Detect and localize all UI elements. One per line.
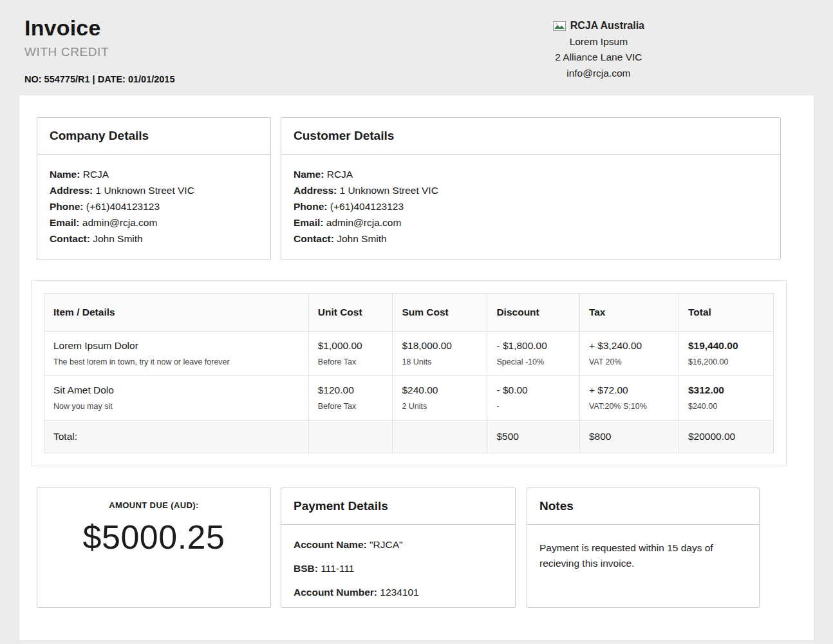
sum-cost-cell: $18,000.00 18 Units [393,332,487,376]
seller-block: RCJA Australia Lorem Ipsum 2 Alliance La… [553,18,644,95]
customer-field-name: Name: RCJA [294,166,768,182]
sum-cost-cell: $240.00 2 Units [393,376,487,421]
payment-details-panel: Payment Details Account Name: "RJCA" BSB… [281,488,516,608]
seller-name-row: RCJA Australia [553,18,644,34]
grand-total-row: Total: $500 $800 $20000.00 [44,421,774,453]
broken-image-icon [553,18,566,34]
grand-total-label-cell: Total: [44,421,309,453]
customer-field-contact: Contact: John Smith [294,231,768,247]
bottom-row: AMOUNT DUE (AUD): $5000.25 Payment Detai… [19,488,814,608]
company-field-contact: Contact: John Smith [50,231,258,247]
payment-field-account-name: Account Name: "RJCA" [294,536,503,553]
customer-details-panel: Customer Details Name: RCJA Address: 1 U… [281,117,781,260]
company-details-panel: Company Details Name: RCJA Address: 1 Un… [37,117,271,260]
col-header-tax: Tax [579,294,679,332]
discount-cell: - $1,800.00 Special -10% [487,332,580,376]
notes-body: Payment is requested within 15 days of r… [527,525,759,583]
notes-panel: Notes Payment is requested within 15 day… [527,488,760,608]
col-header-discount: Discount [487,294,580,332]
items-table-header-row: Item / Details Unit Cost Sum Cost Discou… [44,294,774,332]
item-cell: Sit Amet Dolo Now you may sit [44,376,309,421]
seller-line1: Lorem Ipsum [553,34,644,50]
invoice-card: Company Details Name: RCJA Address: 1 Un… [19,95,814,640]
payment-field-bsb: BSB: 111-111 [294,560,503,576]
customer-details-body: Name: RCJA Address: 1 Unknown Street VIC… [281,155,780,258]
customer-field-address: Address: 1 Unknown Street VIC [294,182,768,198]
company-field-phone: Phone: (+61)404123123 [50,198,258,214]
page-subtitle: WITH CREDIT [24,45,175,59]
company-details-body: Name: RCJA Address: 1 Unknown Street VIC… [37,155,270,258]
payment-details-title: Payment Details [281,488,515,525]
amount-due-value: $5000.25 [37,518,270,556]
title-block: Invoice WITH CREDIT NO: 554775/R1 | DATE… [24,15,175,95]
amount-due-label: AMOUNT DUE (AUD): [37,500,270,510]
seller-name: RCJA Australia [570,18,644,34]
seller-line2: 2 Alliance Lane VIC [553,50,644,66]
tax-cell: + $72.00 VAT:20% S:10% [579,376,679,421]
col-header-total: Total [679,294,773,332]
company-field-name: Name: RCJA [50,166,258,182]
grand-total-empty-cell [393,421,487,453]
grand-total-tax-cell: $800 [579,421,679,453]
company-details-title: Company Details [37,118,270,155]
amount-due-panel: AMOUNT DUE (AUD): $5000.25 [37,488,271,608]
payment-details-body: Account Name: "RJCA" BSB: 111-111 Accoun… [281,525,515,620]
col-header-unit-cost: Unit Cost [308,294,393,332]
unit-cost-cell: $1,000.00 Before Tax [308,332,393,376]
customer-details-title: Customer Details [281,118,780,155]
total-cell: $19,440.00 $16,200.00 [679,332,773,376]
col-header-sum-cost: Sum Cost [393,294,487,332]
items-table-wrapper: Item / Details Unit Cost Sum Cost Discou… [31,280,787,466]
page-title: Invoice [24,15,175,41]
company-field-address: Address: 1 Unknown Street VIC [50,182,258,198]
customer-field-phone: Phone: (+61)404123123 [294,198,768,214]
total-cell: $312.00 $240.00 [679,376,773,421]
tax-cell: + $3,240.00 VAT 20% [579,332,679,376]
unit-cost-cell: $120.00 Before Tax [308,376,393,421]
grand-total-total-cell: $20000.00 [679,421,773,453]
items-table: Item / Details Unit Cost Sum Cost Discou… [44,293,774,453]
item-row: Sit Amet Dolo Now you may sit $120.00 Be… [44,376,774,421]
notes-title: Notes [527,488,759,525]
invoice-meta: NO: 554775/R1 | DATE: 01/01/2015 [24,74,175,84]
grand-total-empty-cell [308,421,393,453]
invoice-page: Invoice WITH CREDIT NO: 554775/R1 | DATE… [0,0,833,644]
seller-line3: info@rcja.com [553,66,644,82]
payment-field-account-number: Account Number: 1234101 [294,584,503,600]
page-header: Invoice WITH CREDIT NO: 554775/R1 | DATE… [0,0,833,95]
item-cell: Lorem Ipsum Dolor The best lorem in town… [44,332,309,376]
discount-cell: - $0.00 - [487,376,580,421]
grand-total-discount-cell: $500 [487,421,580,453]
col-header-item: Item / Details [44,294,309,332]
company-field-email: Email: admin@rcja.com [50,214,258,231]
customer-field-email: Email: admin@rcja.com [294,214,768,231]
details-row: Company Details Name: RCJA Address: 1 Un… [19,117,814,260]
item-row: Lorem Ipsum Dolor The best lorem in town… [44,332,774,376]
